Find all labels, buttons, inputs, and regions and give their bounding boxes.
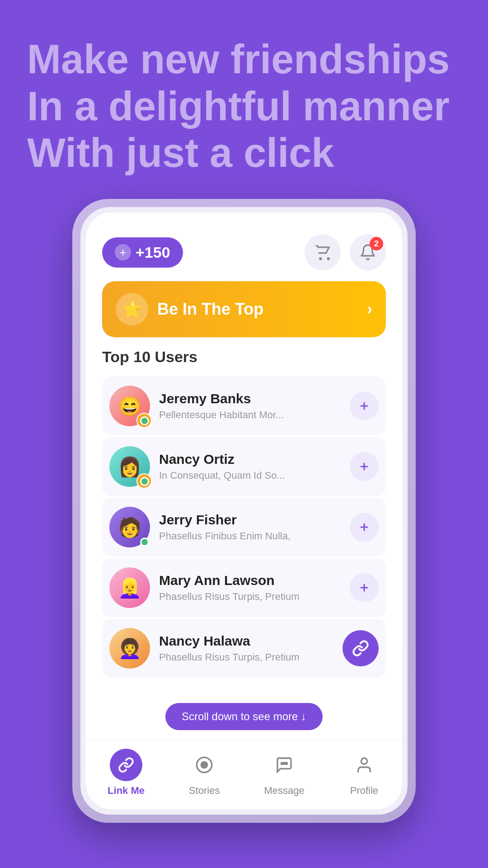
online-indicator: [140, 416, 149, 425]
header-icons: 2: [305, 234, 386, 270]
svg-point-0: [320, 258, 321, 259]
points-value: +150: [136, 244, 170, 261]
list-item: 👩 ⭐ Nancy Ortiz In Consequat, Quam Id So…: [102, 437, 386, 496]
online-indicator: [140, 477, 149, 486]
nav-item-linkme[interactable]: Link Me: [108, 749, 145, 797]
add-friend-button[interactable]: [350, 513, 379, 542]
user-info: Jeremy Banks Pellentesque Habitant Mor..…: [159, 391, 341, 421]
nav-label-linkme: Link Me: [108, 785, 145, 797]
user-info: Nancy Ortiz In Consequat, Quam Id So...: [159, 452, 341, 481]
list-item: 😄 ⭐ Jeremy Banks Pellentesque Habitant M…: [102, 377, 386, 435]
user-list: 😄 ⭐ Jeremy Banks Pellentesque Habitant M…: [102, 377, 386, 685]
user-name: Jeremy Banks: [159, 391, 341, 406]
be-in-top-banner[interactable]: ⭐ Be In The Top ›: [102, 281, 386, 337]
headline-line1: Make new friendships: [27, 36, 461, 83]
user-name: Nancy Ortiz: [159, 452, 341, 467]
user-info: Nancy Halawa Phasellus Risus Turpis, Pre…: [159, 633, 333, 663]
add-friend-button[interactable]: [350, 573, 379, 602]
points-badge[interactable]: + +150: [102, 237, 183, 268]
star-icon: ⭐: [116, 293, 148, 326]
online-indicator: [140, 538, 149, 547]
svg-point-14: [286, 763, 287, 764]
user-name: Nancy Halawa: [159, 633, 333, 649]
phone-screen: + +150: [86, 212, 402, 809]
avatar-wrapper: 👩 ⭐: [109, 446, 150, 487]
stories-icon: [188, 749, 221, 781]
store-button[interactable]: [305, 234, 341, 270]
nav-item-message[interactable]: Message: [264, 749, 304, 797]
headline-line2: In a delightful manner: [27, 83, 461, 130]
banner-label: Be In The Top: [157, 300, 263, 319]
nav-label-profile: Profile: [350, 785, 378, 797]
user-name: Mary Ann Lawson: [159, 573, 341, 588]
banner-left: ⭐ Be In The Top: [116, 293, 263, 326]
scroll-hint: Scroll down to see more ↓: [102, 696, 386, 739]
headline: Make new friendships In a delightful man…: [27, 36, 461, 177]
add-friend-button[interactable]: [350, 452, 379, 481]
notification-button[interactable]: 2: [350, 234, 386, 270]
user-bio: In Consequat, Quam Id So...: [159, 470, 341, 481]
user-bio: Pellentesque Habitant Mor...: [159, 409, 341, 421]
svg-point-12: [281, 763, 282, 764]
banner-arrow: ›: [367, 300, 372, 319]
user-bio: Phasellus Risus Turpis, Pretium: [159, 591, 341, 603]
nav-label-message: Message: [264, 785, 304, 797]
nav-item-stories[interactable]: Stories: [188, 749, 221, 797]
avatar-face: 👱‍♀️: [109, 567, 150, 608]
user-name: Jerry Fisher: [159, 512, 341, 528]
nav-label-stories: Stories: [189, 785, 220, 797]
svg-point-1: [328, 258, 329, 259]
phone-mockup: + +150: [72, 199, 416, 823]
avatar-wrapper: 👩‍🦱: [109, 628, 150, 669]
avatar: 👱‍♀️: [109, 567, 150, 608]
screen-content: + +150: [86, 212, 402, 739]
add-friend-button[interactable]: [350, 392, 379, 420]
list-item: 👱‍♀️ Mary Ann Lawson Phasellus Risus Tur…: [102, 558, 386, 617]
link-button[interactable]: [343, 630, 379, 666]
avatar-wrapper: 👱‍♀️: [109, 567, 150, 608]
user-info: Jerry Fisher Phasellus Finibus Enim Null…: [159, 512, 341, 542]
profile-icon: [348, 749, 380, 781]
phone-inner-shell: + +150: [80, 207, 408, 815]
list-item: 👩‍🦱 Nancy Halawa Phasellus Risus Turpis,…: [102, 619, 386, 678]
message-icon: [268, 749, 300, 781]
linkme-icon: [110, 749, 142, 781]
phone-outer-shell: + +150: [72, 199, 416, 823]
svg-point-15: [361, 758, 367, 764]
avatar-wrapper: 🧑: [109, 507, 150, 547]
plus-icon: +: [115, 244, 131, 260]
avatar-face: 👩‍🦱: [109, 628, 150, 669]
avatar: 👩‍🦱: [109, 628, 150, 669]
scroll-hint-text: Scroll down to see more ↓: [182, 710, 306, 723]
app-background: Make new friendships In a delightful man…: [0, 0, 488, 868]
user-info: Mary Ann Lawson Phasellus Risus Turpis, …: [159, 573, 341, 603]
bottom-navigation: Link Me Stories: [86, 739, 402, 809]
app-header: + +150: [102, 231, 386, 270]
nav-item-profile[interactable]: Profile: [348, 749, 380, 797]
svg-point-13: [283, 763, 285, 764]
notification-count: 2: [370, 237, 383, 250]
headline-line3: With just a click: [27, 130, 461, 177]
user-bio: Phasellus Finibus Enim Nulla,: [159, 530, 341, 542]
user-bio: Phasellus Risus Turpis, Pretium: [159, 651, 333, 663]
avatar-wrapper: 😄 ⭐: [109, 386, 150, 426]
list-item: 🧑 Jerry Fisher Phasellus Finibus Enim Nu…: [102, 498, 386, 557]
section-title: Top 10 Users: [102, 348, 386, 366]
scroll-down-button[interactable]: Scroll down to see more ↓: [165, 703, 323, 730]
svg-point-11: [201, 761, 208, 769]
